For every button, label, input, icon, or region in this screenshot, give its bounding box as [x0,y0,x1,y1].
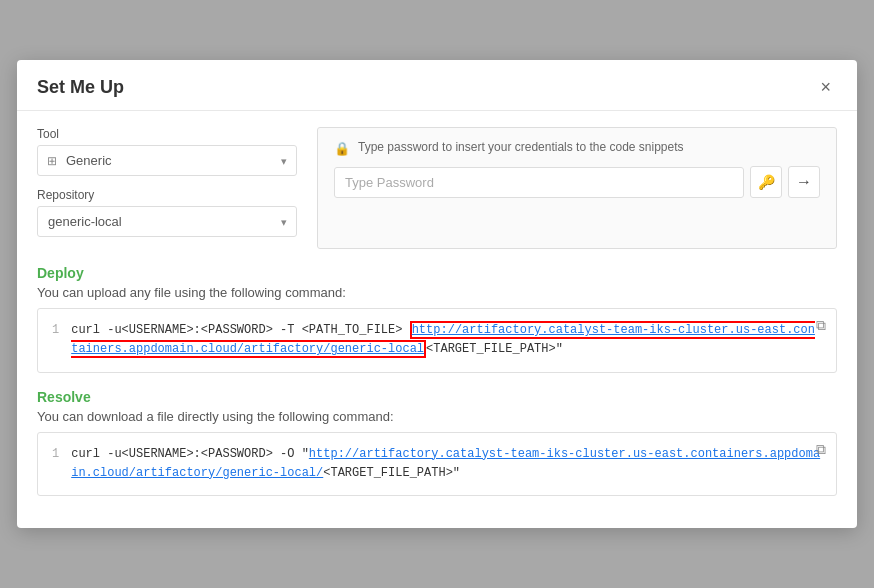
resolve-line-number: 1 [52,445,59,483]
copy-icon-resolve: ⧉ [816,441,826,457]
left-controls: Tool ⊞ Generic ▾ Repository generic-loca… [37,127,297,249]
resolve-description: You can download a file directly using t… [37,409,837,424]
tool-select[interactable]: Generic [37,145,297,176]
submit-password-button[interactable]: → [788,166,820,198]
tool-label: Tool [37,127,297,141]
deploy-code-prefix: curl -u<USERNAME>:<PASSWORD> -T <PATH_TO… [71,323,409,337]
password-hint: 🔒 Type password to insert your credentia… [334,140,820,156]
key-icon: 🔑 [758,174,775,190]
resolve-copy-button[interactable]: ⧉ [816,441,826,458]
resolve-code-content: curl -u<USERNAME>:<PASSWORD> -O "http://… [71,445,822,483]
repository-label: Repository [37,188,297,202]
modal-title: Set Me Up [37,77,124,98]
modal-overlay: Set Me Up × Tool ⊞ Generic ▾ Repository [0,0,874,588]
password-input-row: 🔑 → [334,166,820,198]
deploy-section: Deploy You can upload any file using the… [37,265,837,372]
deploy-description: You can upload any file using the follow… [37,285,837,300]
deploy-title: Deploy [37,265,837,281]
key-button[interactable]: 🔑 [750,166,782,198]
deploy-code-line: 1 curl -u<USERNAME>:<PASSWORD> -T <PATH_… [52,321,822,359]
resolve-code-block: ⧉ 1 curl -u<USERNAME>:<PASSWORD> -O "htt… [37,432,837,496]
repository-select-wrapper: generic-local ▾ [37,206,297,237]
copy-icon: ⧉ [816,317,826,333]
resolve-code-suffix: <TARGET_FILE_PATH>" [323,466,460,480]
grid-icon: ⊞ [47,154,57,168]
password-panel: 🔒 Type password to insert your credentia… [317,127,837,249]
lock-icon: 🔒 [334,141,350,156]
resolve-code-line: 1 curl -u<USERNAME>:<PASSWORD> -O "http:… [52,445,822,483]
close-button[interactable]: × [814,76,837,98]
modal-body: Tool ⊞ Generic ▾ Repository generic-loca… [17,111,857,528]
password-hint-text: Type password to insert your credentials… [358,140,684,154]
deploy-copy-button[interactable]: ⧉ [816,317,826,334]
deploy-code-block: ⧉ 1 curl -u<USERNAME>:<PASSWORD> -T <PAT… [37,308,837,372]
deploy-code-content: curl -u<USERNAME>:<PASSWORD> -T <PATH_TO… [71,321,822,359]
arrow-right-icon: → [796,173,812,191]
deploy-line-number: 1 [52,321,59,359]
modal: Set Me Up × Tool ⊞ Generic ▾ Repository [17,60,857,528]
resolve-section: Resolve You can download a file directly… [37,389,837,496]
tool-select-wrapper: ⊞ Generic ▾ [37,145,297,176]
repository-select[interactable]: generic-local [37,206,297,237]
password-input[interactable] [334,167,744,198]
resolve-code-prefix: curl -u<USERNAME>:<PASSWORD> -O " [71,447,309,461]
modal-header: Set Me Up × [17,60,857,111]
top-row: Tool ⊞ Generic ▾ Repository generic-loca… [37,127,837,249]
deploy-code-suffix: <TARGET_FILE_PATH>" [426,342,563,356]
resolve-title: Resolve [37,389,837,405]
